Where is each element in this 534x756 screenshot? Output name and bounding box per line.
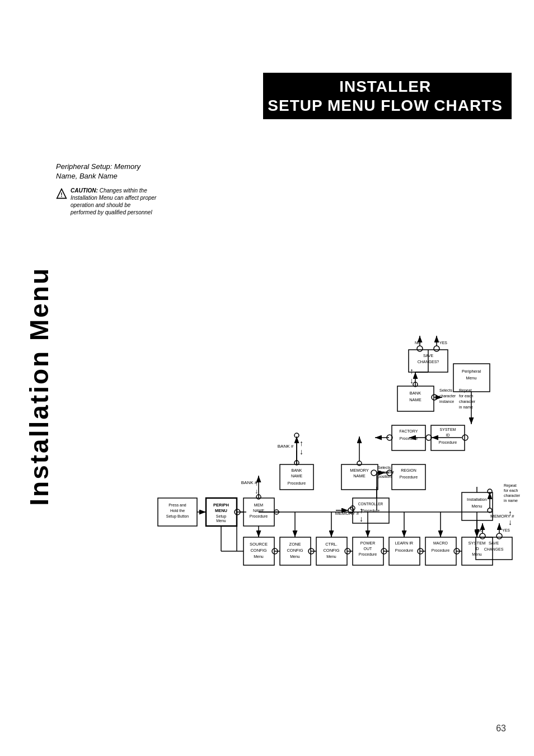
title-box: INSTALLER SETUP MENU FLOW CHARTS: [263, 73, 512, 119]
page-title: INSTALLER SETUP MENU FLOW CHARTS: [268, 77, 503, 115]
svg-point-125: [496, 533, 502, 539]
main-content: Installation Menu Peripheral Setup: Memo…: [22, 151, 512, 711]
svg-text:instance: instance: [439, 400, 454, 403]
svg-text:OUT: OUT: [364, 547, 373, 551]
svg-text:Menu: Menu: [326, 555, 336, 558]
svg-text:!: !: [60, 192, 62, 198]
svg-text:Procedure: Procedure: [400, 436, 418, 440]
svg-text:Procedure: Procedure: [439, 440, 457, 444]
svg-text:Procedure: Procedure: [432, 548, 449, 552]
svg-text:BANK: BANK: [410, 391, 421, 396]
flowchart-svg: Press and Hold the Setup Button PERIPH M…: [157, 151, 534, 688]
svg-text:Procedure: Procedure: [400, 475, 418, 479]
svg-text:↓: ↓: [299, 447, 303, 456]
svg-text:PERIPH: PERIPH: [213, 503, 229, 508]
svg-text:Repeat: Repeat: [459, 388, 472, 393]
svg-text:Setup: Setup: [216, 514, 226, 519]
svg-text:SYSTEM: SYSTEM: [440, 428, 456, 431]
svg-text:MACRO: MACRO: [433, 541, 448, 545]
svg-point-97: [417, 346, 423, 351]
svg-text:in name: in name: [504, 499, 518, 503]
svg-text:POWER: POWER: [360, 541, 375, 545]
svg-text:ZONE: ZONE: [289, 542, 301, 547]
svg-text:Repeat: Repeat: [504, 483, 517, 488]
svg-text:Procedure: Procedure: [288, 481, 306, 485]
svg-text:CONFIG: CONFIG: [287, 548, 303, 553]
svg-text:ID: ID: [446, 433, 450, 437]
title-section: INSTALLER SETUP MENU FLOW CHARTS: [263, 73, 512, 119]
left-text-block: Peripheral Setup: Memory Name, Bank Name…: [56, 162, 157, 216]
svg-text:for each: for each: [459, 394, 473, 398]
svg-text:LEARN IR: LEARN IR: [395, 541, 413, 545]
svg-text:CONFIG: CONFIG: [250, 548, 266, 553]
svg-text:↓: ↓: [508, 518, 512, 527]
svg-text:MENU: MENU: [215, 508, 227, 513]
svg-text:NAME: NAME: [291, 474, 303, 478]
svg-text:↑: ↑: [299, 439, 303, 448]
title-line1: INSTALLER: [339, 78, 431, 95]
svg-text:SYSTEM: SYSTEM: [469, 541, 486, 546]
svg-point-100: [434, 346, 439, 351]
svg-text:YES: YES: [502, 528, 510, 532]
svg-text:↑: ↑: [255, 480, 258, 487]
caution-label: CAUTION:: [71, 187, 98, 194]
svg-text:NAME: NAME: [409, 397, 421, 402]
svg-text:↑: ↑: [410, 367, 414, 375]
installation-menu-title: Installation Menu: [28, 274, 50, 498]
svg-text:for each: for each: [504, 489, 518, 492]
press-setup-text: Press and: [168, 503, 186, 507]
svg-text:SAVE: SAVE: [489, 541, 499, 545]
svg-text:BANK #: BANK #: [278, 444, 294, 449]
svg-text:↓: ↓: [359, 514, 363, 523]
svg-text:Peripheral: Peripheral: [462, 369, 481, 374]
svg-text:Installation: Installation: [467, 497, 487, 502]
svg-text:Menu: Menu: [290, 555, 300, 558]
peripheral-label: Peripheral Setup:: [56, 162, 112, 171]
flowchart-container: Press and Hold the Setup Button PERIPH M…: [157, 151, 534, 683]
caution-block: ! CAUTION: Changes within the Installati…: [56, 187, 157, 216]
svg-text:REGION: REGION: [401, 468, 416, 472]
svg-text:↓: ↓: [255, 487, 258, 495]
svg-text:↑: ↑: [508, 509, 512, 518]
svg-text:MEMORY: MEMORY: [350, 468, 369, 473]
caution-icon: !: [56, 188, 67, 199]
svg-point-93: [462, 435, 468, 440]
svg-text:Menu: Menu: [216, 519, 226, 523]
svg-text:Menu: Menu: [254, 555, 264, 558]
svg-text:CHANGES: CHANGES: [484, 547, 504, 551]
caution-text: CAUTION: Changes within the Installation…: [71, 187, 157, 216]
svg-text:CONTROLLER: CONTROLLER: [358, 502, 383, 506]
svg-text:CONFIG: CONFIG: [323, 548, 339, 553]
svg-text:Selects: Selects: [378, 466, 391, 469]
svg-text:FACTORY: FACTORY: [400, 429, 418, 433]
svg-text:Menu: Menu: [466, 375, 477, 381]
svg-point-69: [371, 470, 377, 476]
installation-title-text: Installation Menu: [24, 267, 54, 506]
svg-text:SOURCE: SOURCE: [250, 542, 268, 547]
svg-text:Procedure: Procedure: [359, 552, 377, 556]
svg-text:Procedure: Procedure: [250, 514, 268, 518]
svg-text:Menu: Menu: [472, 504, 483, 509]
press-setup-text3: Setup Button: [166, 514, 189, 519]
svg-text:in name: in name: [459, 405, 473, 409]
press-setup-text2: Hold the: [170, 509, 185, 513]
peripheral-setup-label: Peripheral Setup: Memory Name, Bank Name: [56, 162, 157, 181]
page-number: 63: [496, 724, 506, 734]
svg-point-122: [480, 533, 485, 539]
svg-text:MEM: MEM: [254, 503, 264, 507]
svg-text:Selects: Selects: [439, 388, 452, 392]
svg-text:Procedure: Procedure: [395, 548, 413, 552]
svg-text:character: character: [459, 400, 476, 403]
title-line2: SETUP MENU FLOW CHARTS: [268, 97, 503, 114]
svg-text:BANK: BANK: [291, 468, 302, 472]
svg-text:NAME: NAME: [353, 473, 366, 478]
svg-text:YES: YES: [439, 341, 447, 345]
svg-point-64: [357, 461, 362, 466]
svg-text:character: character: [504, 494, 521, 497]
svg-text:CTRL.: CTRL.: [325, 542, 338, 547]
svg-text:Menu: Menu: [472, 552, 482, 556]
svg-text:position: position: [378, 475, 391, 479]
